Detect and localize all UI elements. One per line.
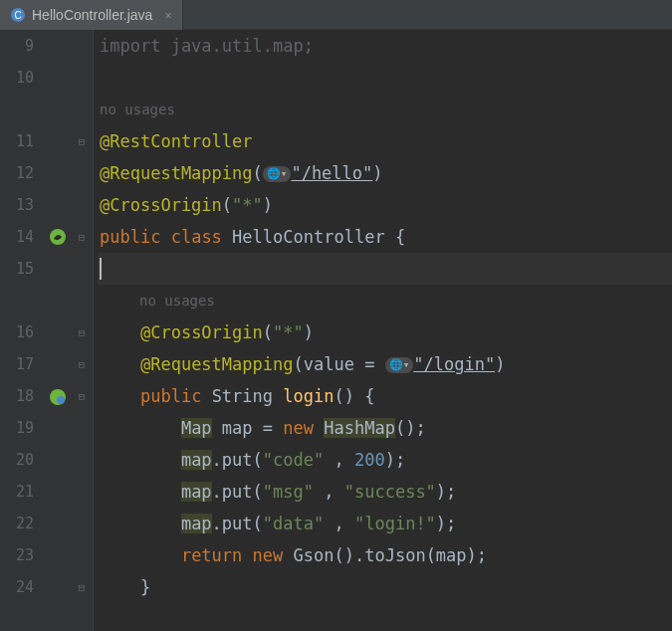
svg-text:C: C	[14, 10, 21, 21]
code-line	[98, 62, 672, 94]
line-number[interactable]: 17	[0, 348, 34, 380]
code-line: return new Gson().toJson(map);	[98, 539, 672, 571]
code-line: map.put("data" , "login!");	[98, 508, 672, 539]
close-icon[interactable]: ✕	[164, 8, 171, 22]
fold-gutter: ⊟ ⊟ ⊟ ⊟ ⊟ ⊟	[72, 30, 94, 631]
code-line: public String login() {	[98, 380, 672, 412]
line-number[interactable]: 16	[0, 316, 34, 348]
code-line: @RestController	[98, 125, 672, 157]
web-icon: 🌐▾	[385, 357, 414, 373]
spring-request-icon[interactable]	[49, 388, 67, 406]
code-line: map.put("msg" , "success");	[98, 476, 672, 508]
line-number[interactable]: 15	[0, 253, 34, 285]
line-number[interactable]: 11	[0, 125, 34, 157]
fold-icon[interactable]: ⊟	[76, 358, 88, 371]
fold-icon[interactable]: ⊟	[76, 326, 88, 339]
editor-tab[interactable]: C HelloController.java ✕	[0, 0, 183, 30]
line-number[interactable]: 12	[0, 157, 34, 189]
text-caret	[100, 258, 102, 280]
code-line: @RequestMapping(🌐▾"/hello")	[98, 157, 672, 189]
fold-icon[interactable]: ⊟	[76, 231, 88, 244]
usage-hint[interactable]: no usages	[98, 285, 672, 316]
code-line: }	[98, 571, 672, 603]
code-line: @RequestMapping(value = 🌐▾"/login")	[98, 348, 672, 380]
code-area[interactable]: import java.util.map; no usages @RestCon…	[94, 30, 672, 631]
web-icon: 🌐▾	[263, 166, 292, 182]
line-number[interactable]: 20	[0, 444, 34, 476]
code-line: map.put("code" , 200);	[98, 444, 672, 476]
line-number[interactable]: 9	[0, 30, 34, 62]
line-number[interactable]: 19	[0, 412, 34, 444]
tab-bar: C HelloController.java ✕	[0, 0, 672, 30]
line-number[interactable]: 18	[0, 380, 34, 412]
line-number[interactable]: 22	[0, 508, 34, 539]
fold-icon[interactable]: ⊟	[76, 390, 88, 403]
line-number[interactable]: 21	[0, 476, 34, 508]
code-line: import java.util.map;	[98, 30, 672, 62]
java-class-icon: C	[10, 7, 26, 23]
line-number[interactable]: 14	[0, 221, 34, 253]
spring-bean-icon[interactable]	[49, 228, 67, 246]
code-line: Map map = new HashMap();	[98, 412, 672, 444]
fold-icon[interactable]: ⊟	[76, 135, 88, 148]
line-number[interactable]: 24	[0, 571, 34, 603]
line-number[interactable]: 10	[0, 62, 34, 94]
code-line	[98, 253, 672, 285]
tab-filename: HelloController.java	[32, 7, 152, 23]
code-line: public class HelloController {	[98, 221, 672, 253]
fold-icon[interactable]: ⊟	[76, 581, 88, 594]
line-number-gutter: 9 10 11 12 13 14 15 16 17 18 19 20 21 22…	[0, 30, 44, 631]
code-line: @CrossOrigin("*")	[98, 316, 672, 348]
code-editor[interactable]: 9 10 11 12 13 14 15 16 17 18 19 20 21 22…	[0, 30, 672, 631]
line-number[interactable]: 23	[0, 539, 34, 571]
svg-point-4	[57, 396, 65, 404]
code-line: @CrossOrigin("*")	[98, 189, 672, 221]
usage-hint[interactable]: no usages	[98, 94, 672, 125]
line-number[interactable]: 13	[0, 189, 34, 221]
gutter-markers	[44, 30, 72, 631]
